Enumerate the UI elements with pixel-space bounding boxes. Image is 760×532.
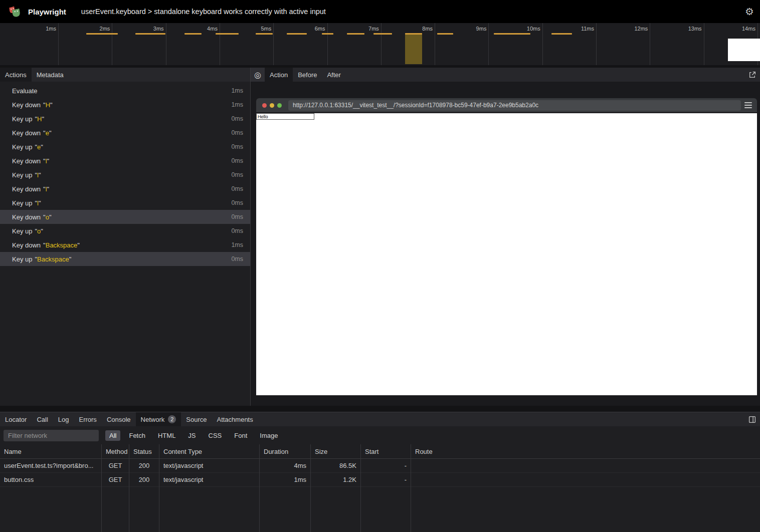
filter-chip-image[interactable]: Image [256, 430, 282, 441]
action-row[interactable]: Key up"e"0ms [0, 140, 250, 154]
network-cell[interactable]: GET [102, 459, 129, 473]
action-row[interactable]: Key up"o"0ms [0, 224, 250, 238]
film-strip-frame[interactable] [728, 39, 760, 61]
tab-before[interactable]: Before [293, 68, 322, 82]
network-cell[interactable]: 200 [129, 473, 159, 487]
network-cell[interactable] [411, 473, 760, 487]
action-row[interactable]: Key down"e"0ms [0, 126, 250, 140]
action-row[interactable]: Key down"l"0ms [0, 182, 250, 196]
tab-call[interactable]: Call [32, 412, 53, 426]
open-snapshot-external-icon[interactable] [748, 68, 756, 82]
action-key: "o" [43, 213, 51, 221]
timeline-action-mark [86, 33, 118, 35]
page-snapshot: http://127.0.0.1:63315/__vitest_test__/?… [256, 98, 757, 395]
snapshot-text-input [256, 113, 314, 120]
action-duration: 1ms [231, 101, 250, 108]
action-row[interactable]: Key up"H"0ms [0, 112, 250, 126]
network-cell[interactable]: userEvent.test.ts?import&bro... [0, 459, 101, 473]
tab-source[interactable]: Source [181, 412, 212, 426]
timeline-gridline [112, 23, 112, 65]
tab-label: Metadata [37, 71, 64, 79]
action-duration: 0ms [231, 171, 250, 178]
timeline-selected-span [405, 33, 422, 64]
timeline-action-mark [494, 33, 530, 35]
action-row[interactable]: Key down"o"0ms [0, 210, 250, 224]
action-label: Key up [12, 171, 32, 179]
timeline-action-mark [437, 33, 453, 35]
browser-chrome: http://127.0.0.1:63315/__vitest_test__/?… [256, 98, 757, 112]
tab-log[interactable]: Log [53, 412, 74, 426]
network-cell[interactable]: 1ms [260, 473, 310, 487]
filter-chip-font[interactable]: Font [230, 430, 251, 441]
tab-metadata[interactable]: Metadata [32, 68, 69, 82]
tab-actions[interactable]: Actions [0, 68, 32, 82]
filter-chip-html[interactable]: HTML [154, 430, 179, 441]
action-row[interactable]: Key down"l"0ms [0, 154, 250, 168]
action-duration: 0ms [231, 115, 250, 122]
action-label: Key up [12, 115, 32, 123]
pick-locator-target-icon[interactable]: ◎ [251, 68, 265, 82]
action-row[interactable]: Key down"Backspace"1ms [0, 238, 250, 252]
action-row[interactable]: Evaluate1ms [0, 84, 250, 98]
settings-gear-icon[interactable]: ⚙ [745, 7, 754, 17]
action-row[interactable]: Key down"H"1ms [0, 98, 250, 112]
timeline-tick-label: 5ms [227, 26, 271, 32]
action-label: Key up [12, 227, 32, 235]
network-cell[interactable] [411, 459, 760, 473]
network-column-content-type: Content Typetext/javascripttext/javascri… [159, 444, 260, 532]
network-cell[interactable]: text/javascript [159, 473, 259, 487]
timeline-tick-label: 10ms [496, 26, 540, 32]
network-cell[interactable]: text/javascript [159, 459, 259, 473]
app-header: Playwright userEvent.keyboard > standalo… [0, 0, 760, 23]
tab-count-badge: 2 [168, 415, 176, 423]
action-key: "Backspace" [35, 255, 71, 263]
network-cell[interactable]: 200 [129, 459, 159, 473]
network-cell[interactable]: 4ms [260, 459, 310, 473]
timeline-tick-label: 9ms [442, 26, 486, 32]
tab-locator[interactable]: Locator [0, 412, 32, 426]
network-filter-input[interactable] [4, 430, 99, 441]
tab-label: Console [107, 416, 131, 423]
network-column-header: Status [129, 444, 159, 459]
network-cell[interactable]: - [361, 473, 411, 487]
action-label: Key up [12, 255, 32, 263]
tab-console[interactable]: Console [102, 412, 136, 426]
action-key: "l" [35, 171, 41, 179]
timeline[interactable]: 1ms2ms3ms4ms5ms6ms7ms8ms9ms10ms11ms12ms1… [0, 23, 760, 65]
tab-after[interactable]: After [322, 68, 345, 82]
playwright-logo-icon [7, 5, 22, 19]
layout-toggle-icon[interactable] [748, 412, 756, 426]
snapshot-page-body [256, 113, 757, 395]
tab-network[interactable]: Network2 [136, 412, 181, 426]
action-row[interactable]: Key up"Backspace"0ms [0, 252, 250, 266]
network-cell[interactable]: GET [102, 473, 129, 487]
network-cell[interactable]: button.css [0, 473, 101, 487]
filter-chip-fetch[interactable]: Fetch [125, 430, 149, 441]
action-key: "e" [43, 129, 51, 137]
traffic-lights [262, 103, 282, 108]
tab-attachments[interactable]: Attachments [212, 412, 258, 426]
action-row[interactable]: Key up"l"0ms [0, 196, 250, 210]
action-duration: 0ms [231, 185, 250, 192]
timeline-tick-label: 12ms [604, 26, 648, 32]
timeline-action-mark [373, 33, 392, 35]
timeline-gridline [273, 23, 274, 65]
action-row[interactable]: Key up"l"0ms [0, 168, 250, 182]
filter-chip-all[interactable]: All [105, 430, 120, 441]
tab-label: Before [298, 71, 317, 79]
filter-chip-css[interactable]: CSS [205, 430, 226, 441]
network-cell[interactable]: 1.2K [311, 473, 360, 487]
network-filter-chips: AllFetchHTMLJSCSSFontImage [105, 430, 286, 441]
action-label: Key down [12, 129, 41, 137]
filter-chip-js[interactable]: JS [184, 430, 200, 441]
network-cell[interactable]: - [361, 459, 411, 473]
action-duration: 0ms [231, 255, 250, 262]
action-key: "H" [35, 115, 44, 123]
tab-action[interactable]: Action [265, 68, 293, 82]
trace-title: userEvent.keyboard > standalone keyboard… [81, 8, 326, 16]
network-cell[interactable]: 86.5K [311, 459, 360, 473]
action-duration: 0ms [231, 199, 250, 206]
tab-errors[interactable]: Errors [74, 412, 101, 426]
traffic-red-icon [262, 103, 267, 108]
timeline-action-mark [135, 33, 165, 35]
